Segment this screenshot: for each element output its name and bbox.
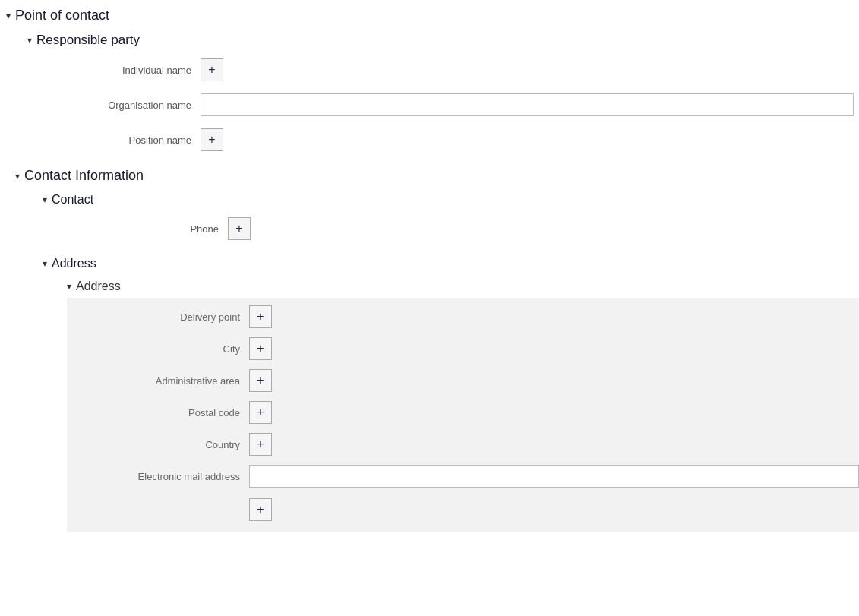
extra-add-button[interactable]: + bbox=[249, 498, 272, 521]
address-outer-label: Address bbox=[52, 257, 96, 270]
contact-content: Phone + bbox=[46, 211, 859, 246]
address-inner-label: Address bbox=[76, 280, 121, 293]
contact-header[interactable]: ▾ Contact bbox=[36, 188, 859, 211]
contact-label: Contact bbox=[52, 193, 93, 207]
contact-information-content: ▾ Contact Phone + ▾ Address ▾ Address bbox=[18, 188, 859, 532]
address-inner-arrow: ▾ bbox=[67, 281, 71, 292]
postal-code-row: Postal code + bbox=[67, 396, 859, 428]
city-row: City + bbox=[67, 333, 859, 365]
postal-code-add-button[interactable]: + bbox=[249, 401, 272, 424]
organisation-name-input[interactable] bbox=[201, 93, 854, 116]
individual-name-label: Individual name bbox=[49, 65, 201, 76]
contact-arrow: ▾ bbox=[43, 194, 47, 205]
organisation-name-row: Organisation name bbox=[49, 87, 859, 122]
phone-row: Phone + bbox=[76, 211, 859, 246]
organisation-name-label: Organisation name bbox=[49, 100, 201, 111]
address-outer-arrow: ▾ bbox=[43, 258, 47, 269]
responsible-party-content: Individual name + Organisation name Posi… bbox=[18, 52, 859, 157]
country-add-button[interactable]: + bbox=[249, 433, 272, 456]
position-name-add-button[interactable]: + bbox=[201, 128, 223, 151]
postal-code-label: Postal code bbox=[67, 407, 249, 419]
phone-label: Phone bbox=[76, 223, 228, 235]
contact-information-arrow: ▾ bbox=[15, 171, 20, 182]
administrative-area-add-button[interactable]: + bbox=[249, 369, 272, 392]
point-of-contact-label: Point of contact bbox=[15, 8, 109, 24]
administrative-area-row: Administrative area + bbox=[67, 365, 859, 396]
electronic-mail-row: Electronic mail address bbox=[67, 460, 859, 492]
address-outer-content: ▾ Address Delivery point + City + bbox=[46, 275, 859, 532]
individual-name-row: Individual name + bbox=[49, 52, 859, 87]
extra-add-row: + bbox=[67, 492, 859, 529]
position-name-row: Position name + bbox=[49, 122, 859, 157]
electronic-mail-input[interactable] bbox=[249, 465, 859, 488]
point-of-contact-content: ▾ Responsible party Individual name + Or… bbox=[9, 28, 859, 532]
responsible-party-arrow: ▾ bbox=[27, 35, 32, 46]
address-outer-header[interactable]: ▾ Address bbox=[36, 252, 859, 275]
point-of-contact-header[interactable]: ▾ Point of contact bbox=[0, 0, 859, 28]
page-container: ▾ Point of contact ▾ Responsible party I… bbox=[0, 0, 859, 532]
responsible-party-label: Responsible party bbox=[36, 33, 140, 48]
administrative-area-label: Administrative area bbox=[67, 375, 249, 387]
contact-information-label: Contact Information bbox=[24, 168, 144, 184]
phone-add-button[interactable]: + bbox=[228, 217, 251, 240]
city-add-button[interactable]: + bbox=[249, 337, 272, 360]
delivery-point-add-button[interactable]: + bbox=[249, 305, 272, 328]
responsible-party-header[interactable]: ▾ Responsible party bbox=[9, 28, 859, 52]
contact-information-header[interactable]: ▾ Contact Information bbox=[9, 163, 859, 188]
delivery-point-row: Delivery point + bbox=[67, 301, 859, 333]
address-fields-container: Delivery point + City + Administrative a… bbox=[67, 298, 859, 532]
electronic-mail-label: Electronic mail address bbox=[67, 471, 249, 482]
individual-name-add-button[interactable]: + bbox=[201, 58, 223, 81]
city-label: City bbox=[67, 343, 249, 355]
country-label: Country bbox=[67, 439, 249, 450]
point-of-contact-arrow: ▾ bbox=[6, 11, 11, 21]
country-row: Country + bbox=[67, 428, 859, 460]
address-inner-header[interactable]: ▾ Address bbox=[46, 275, 859, 298]
delivery-point-label: Delivery point bbox=[67, 311, 249, 323]
position-name-label: Position name bbox=[49, 134, 201, 146]
